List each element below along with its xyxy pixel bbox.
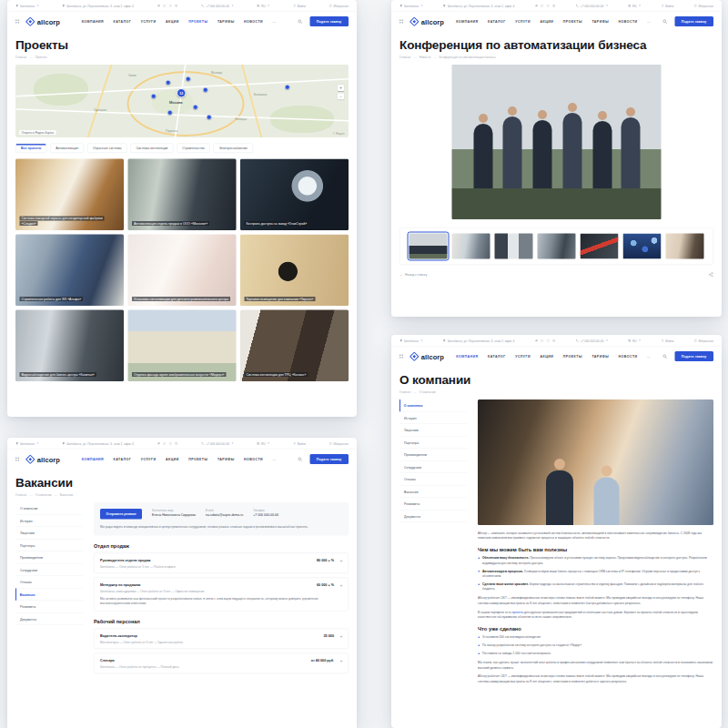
send-resume-button[interactable]: Отправить резюме	[100, 509, 142, 520]
expand-icon[interactable]: +	[340, 582, 343, 588]
office-address[interactable]: Челябинск, ул. Перспективная, 3, этаж 2,…	[443, 339, 515, 343]
gallery-thumbnail[interactable]	[452, 234, 490, 259]
expand-icon[interactable]: +	[340, 558, 343, 563]
map-pin[interactable]	[193, 105, 198, 110]
logo[interactable]: allcorp	[26, 455, 60, 463]
catalog-grid-icon[interactable]	[15, 458, 19, 461]
logo[interactable]: allcorp	[410, 17, 444, 25]
nav-item-news[interactable]: Новости	[619, 355, 638, 359]
sidebar-item-staff[interactable]: Сотрудники	[15, 564, 83, 577]
map-pin[interactable]	[285, 85, 290, 90]
nav-item-more[interactable]: …	[273, 20, 277, 24]
instagram-icon[interactable]	[552, 339, 556, 343]
catalog-grid-icon[interactable]	[15, 20, 19, 24]
sidebar-item-history[interactable]: История	[15, 515, 83, 528]
breadcrumb-about[interactable]: О компании	[35, 493, 52, 497]
favorites-link[interactable]: Избранное	[329, 5, 348, 8]
sidebar-item-licenses[interactable]: Лицензии	[15, 527, 83, 540]
map-zoom-out-button[interactable]: −	[338, 94, 344, 100]
nav-item-promos[interactable]: Акции	[540, 355, 553, 359]
back-to-list-link[interactable]: ← Назад к списку	[399, 273, 427, 277]
vacancy-row[interactable]: Водитель-экспедитор 35 000 + Магнитогорс…	[94, 629, 349, 650]
projects-map[interactable]: Химки Мытищи Балашиха Одинцово Люберцы П…	[15, 65, 349, 137]
search-icon[interactable]	[662, 19, 668, 25]
filter-construction[interactable]: Строительство	[177, 144, 209, 154]
project-card[interactable]: Система пожарной охраны для кондитерской…	[15, 159, 124, 231]
telegram-icon[interactable]	[534, 339, 538, 343]
gallery-thumbnail[interactable]	[666, 234, 704, 259]
search-icon[interactable]	[298, 457, 303, 462]
nav-item-catalog[interactable]: Каталог	[488, 20, 506, 24]
map-pin[interactable]	[167, 110, 173, 116]
telegram-icon[interactable]	[157, 5, 160, 8]
submit-request-button[interactable]: Подать заявку	[674, 16, 713, 26]
city-selector[interactable]: Челябинск	[15, 442, 39, 446]
sidebar-item-manufacturers[interactable]: Производители	[15, 551, 83, 564]
sidebar-item-requisites[interactable]: Реквизиты	[399, 498, 467, 511]
nav-item-tariffs[interactable]: Тарифы	[217, 20, 235, 24]
sidebar-item-partners[interactable]: Партнеры	[399, 437, 467, 450]
gallery-thumbnail[interactable]	[623, 234, 662, 259]
sidebar-item-vacancies[interactable]: Вакансии	[15, 589, 83, 602]
sidebar-item-documents[interactable]: Документы	[399, 511, 467, 523]
nav-item-news[interactable]: Новости	[244, 458, 263, 461]
favorites-link[interactable]: Избранное	[693, 5, 713, 8]
sidebar-item-history[interactable]: История	[399, 412, 467, 425]
sidebar-item-licenses[interactable]: Лицензии	[399, 424, 467, 437]
nav-item-promos[interactable]: Акции	[166, 458, 179, 461]
nav-item-catalog[interactable]: Каталог	[114, 458, 132, 461]
map-zoom-in-button[interactable]: +	[338, 85, 344, 91]
vacancy-row[interactable]: Слесарь от 40 000 руб. + Челябинск — Опы…	[94, 653, 349, 674]
map-pin[interactable]	[166, 80, 171, 86]
gallery-thumbnail[interactable]	[581, 234, 619, 259]
filter-ventilation[interactable]: Системы вентиляции	[131, 144, 174, 154]
breadcrumb-home[interactable]: Главная	[15, 56, 26, 59]
breadcrumb-home[interactable]: Главная	[15, 493, 26, 497]
submit-request-button[interactable]: Подать заявку	[674, 351, 713, 361]
sidebar-item-partners[interactable]: Партнеры	[15, 540, 83, 552]
viber-icon[interactable]	[168, 5, 172, 8]
nav-item-more[interactable]: …	[647, 355, 651, 359]
map-pin[interactable]	[151, 94, 157, 99]
favorites-link[interactable]: Избранное	[329, 442, 348, 446]
nav-item-projects[interactable]: Проекты	[188, 458, 207, 461]
logo[interactable]: allcorp	[410, 352, 444, 360]
sidebar-item-manufacturers[interactable]: Производители	[399, 449, 467, 461]
project-card[interactable]: Строительные работы для ЖК «Альфа»	[15, 235, 124, 307]
language-selector[interactable]: RU	[628, 339, 641, 343]
logo[interactable]: allcorp	[26, 17, 60, 25]
nav-item-tariffs[interactable]: Тарифы	[592, 20, 609, 24]
nav-item-company[interactable]: Компания	[456, 355, 478, 359]
gallery-thumbnail[interactable]	[538, 234, 576, 259]
phone-selector[interactable]: +7 000 000-00-00	[201, 442, 233, 446]
language-selector[interactable]: RU	[628, 5, 641, 8]
nav-item-more[interactable]: …	[647, 20, 651, 24]
submit-request-button[interactable]: Подать заявку	[309, 16, 349, 26]
nav-item-news[interactable]: Новости	[619, 20, 638, 24]
viber-icon[interactable]	[168, 442, 172, 446]
filter-security-systems[interactable]: Охранные системы	[87, 144, 127, 154]
project-card[interactable]: Видеонаблюдение для бизнес-центра «Капит…	[15, 310, 124, 382]
gallery-thumbnail[interactable]	[495, 234, 533, 259]
nav-item-catalog[interactable]: Каталог	[114, 20, 132, 24]
favorites-link[interactable]: Избранное	[693, 339, 713, 343]
city-selector[interactable]: Челябинск	[399, 339, 423, 343]
nav-item-company[interactable]: Компания	[82, 458, 104, 461]
filter-automation[interactable]: Автоматизация	[50, 144, 84, 154]
search-icon[interactable]	[298, 19, 303, 25]
catalog-grid-icon[interactable]	[399, 20, 403, 24]
project-card[interactable]: Контроль доступа на завод «ГлавСтрой»	[240, 159, 349, 231]
breadcrumb-home[interactable]: Главная	[399, 390, 410, 394]
email-value[interactable]: na-rabotu@aspro-demo.ru	[206, 513, 243, 517]
map-pin[interactable]	[186, 76, 191, 82]
nav-item-services[interactable]: Услуги	[515, 20, 531, 24]
phone-selector[interactable]: +7 000 000-00-00	[201, 5, 233, 8]
login-link[interactable]: Войти	[661, 339, 673, 343]
phone-selector[interactable]: +7 000 000-00-00	[576, 339, 608, 343]
expand-icon[interactable]: +	[340, 633, 343, 639]
nav-item-promos[interactable]: Акции	[540, 20, 553, 24]
sidebar-item-reviews[interactable]: Отзывы	[15, 576, 83, 589]
filter-all-projects[interactable]: Все проекты	[15, 144, 46, 154]
nav-item-catalog[interactable]: Каталог	[488, 355, 506, 359]
sidebar-item-reviews[interactable]: Отзывы	[399, 473, 467, 486]
